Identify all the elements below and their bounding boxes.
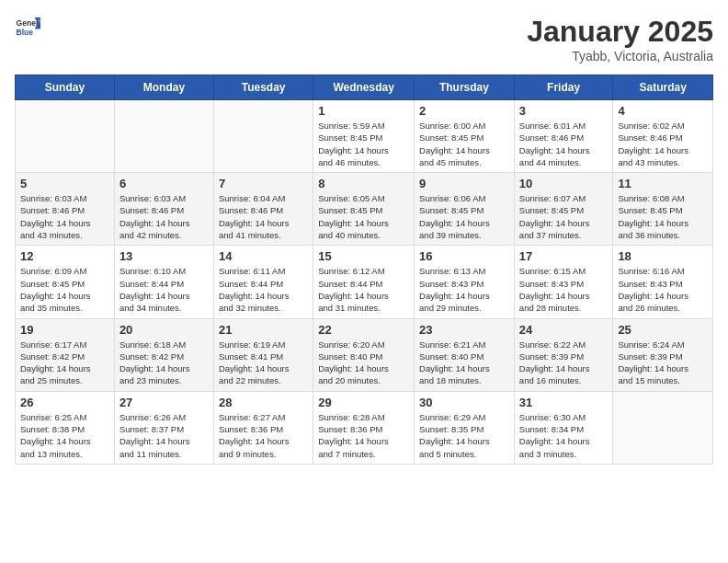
calendar-day-cell: 4Sunrise: 6:02 AM Sunset: 8:46 PM Daylig… — [613, 100, 713, 173]
calendar-day-cell: 3Sunrise: 6:01 AM Sunset: 8:46 PM Daylig… — [514, 100, 613, 173]
calendar-day-cell — [16, 100, 115, 173]
calendar-table: SundayMondayTuesdayWednesdayThursdayFrid… — [15, 75, 713, 465]
calendar-day-cell: 6Sunrise: 6:03 AM Sunset: 8:46 PM Daylig… — [114, 173, 213, 246]
day-of-week-header: Tuesday — [213, 75, 313, 100]
month-title: January 2025 — [527, 15, 713, 49]
day-info: Sunrise: 6:26 AM Sunset: 8:37 PM Dayligh… — [119, 411, 209, 460]
day-info: Sunrise: 5:59 AM Sunset: 8:45 PM Dayligh… — [318, 120, 409, 168]
calendar-day-cell — [114, 100, 213, 173]
day-info: Sunrise: 6:17 AM Sunset: 8:42 PM Dayligh… — [20, 339, 109, 387]
day-of-week-header: Saturday — [613, 75, 713, 100]
day-info: Sunrise: 6:28 AM Sunset: 8:36 PM Dayligh… — [318, 411, 409, 460]
day-info: Sunrise: 6:04 AM Sunset: 8:46 PM Dayligh… — [219, 192, 308, 241]
location: Tyabb, Victoria, Australia — [527, 49, 713, 63]
day-info: Sunrise: 6:02 AM Sunset: 8:46 PM Dayligh… — [618, 120, 708, 168]
calendar-day-cell: 12Sunrise: 6:09 AM Sunset: 8:45 PM Dayli… — [16, 246, 115, 318]
calendar-day-cell: 2Sunrise: 6:00 AM Sunset: 8:45 PM Daylig… — [415, 100, 515, 173]
calendar-week-row: 1Sunrise: 5:59 AM Sunset: 8:45 PM Daylig… — [16, 100, 713, 173]
day-info: Sunrise: 6:12 AM Sunset: 8:44 PM Dayligh… — [318, 265, 409, 314]
day-number: 13 — [119, 249, 209, 263]
day-number: 10 — [519, 177, 609, 190]
day-number: 16 — [419, 249, 509, 263]
calendar-week-row: 12Sunrise: 6:09 AM Sunset: 8:45 PM Dayli… — [16, 246, 713, 318]
calendar-day-cell: 18Sunrise: 6:16 AM Sunset: 8:43 PM Dayli… — [613, 246, 713, 318]
calendar-day-cell: 10Sunrise: 6:07 AM Sunset: 8:45 PM Dayli… — [514, 173, 613, 246]
day-info: Sunrise: 6:07 AM Sunset: 8:45 PM Dayligh… — [519, 192, 609, 241]
title-block: January 2025 Tyabb, Victoria, Australia — [527, 15, 713, 63]
calendar-day-cell: 7Sunrise: 6:04 AM Sunset: 8:46 PM Daylig… — [213, 173, 313, 246]
day-of-week-header: Thursday — [415, 75, 515, 100]
day-number: 5 — [20, 177, 109, 190]
day-info: Sunrise: 6:10 AM Sunset: 8:44 PM Dayligh… — [119, 265, 209, 314]
calendar-day-cell: 20Sunrise: 6:18 AM Sunset: 8:42 PM Dayli… — [114, 318, 213, 391]
day-info: Sunrise: 6:25 AM Sunset: 8:38 PM Dayligh… — [20, 411, 109, 460]
calendar-week-row: 19Sunrise: 6:17 AM Sunset: 8:42 PM Dayli… — [16, 318, 713, 391]
day-of-week-header: Sunday — [16, 75, 115, 100]
day-of-week-header: Friday — [514, 75, 613, 100]
day-info: Sunrise: 6:16 AM Sunset: 8:43 PM Dayligh… — [618, 265, 708, 314]
calendar-day-cell: 15Sunrise: 6:12 AM Sunset: 8:44 PM Dayli… — [313, 246, 415, 318]
day-info: Sunrise: 6:03 AM Sunset: 8:46 PM Dayligh… — [119, 192, 209, 241]
day-info: Sunrise: 6:21 AM Sunset: 8:40 PM Dayligh… — [419, 339, 509, 387]
day-number: 1 — [318, 104, 409, 118]
day-number: 22 — [318, 323, 409, 337]
day-number: 3 — [519, 104, 609, 118]
calendar-day-cell: 14Sunrise: 6:11 AM Sunset: 8:44 PM Dayli… — [213, 246, 313, 318]
day-number: 29 — [318, 396, 409, 409]
day-of-week-header: Monday — [114, 75, 213, 100]
day-info: Sunrise: 6:15 AM Sunset: 8:43 PM Dayligh… — [519, 265, 609, 314]
day-number: 7 — [219, 177, 308, 190]
page-header: General Blue January 2025 Tyabb, Victori… — [15, 15, 713, 63]
calendar-day-cell: 19Sunrise: 6:17 AM Sunset: 8:42 PM Dayli… — [16, 318, 115, 391]
day-number: 19 — [20, 323, 109, 337]
day-number: 18 — [618, 249, 708, 263]
day-info: Sunrise: 6:18 AM Sunset: 8:42 PM Dayligh… — [119, 339, 209, 387]
calendar-day-cell: 31Sunrise: 6:30 AM Sunset: 8:34 PM Dayli… — [514, 391, 613, 464]
calendar-day-cell: 17Sunrise: 6:15 AM Sunset: 8:43 PM Dayli… — [514, 246, 613, 318]
day-of-week-header: Wednesday — [313, 75, 415, 100]
day-info: Sunrise: 6:27 AM Sunset: 8:36 PM Dayligh… — [219, 411, 308, 460]
calendar-week-row: 5Sunrise: 6:03 AM Sunset: 8:46 PM Daylig… — [16, 173, 713, 246]
calendar-day-cell: 8Sunrise: 6:05 AM Sunset: 8:45 PM Daylig… — [313, 173, 415, 246]
calendar-day-cell: 27Sunrise: 6:26 AM Sunset: 8:37 PM Dayli… — [114, 391, 213, 464]
calendar-day-cell: 30Sunrise: 6:29 AM Sunset: 8:35 PM Dayli… — [415, 391, 515, 464]
day-number: 6 — [119, 177, 209, 190]
day-number: 25 — [618, 323, 708, 337]
calendar-day-cell: 22Sunrise: 6:20 AM Sunset: 8:40 PM Dayli… — [313, 318, 415, 391]
calendar-day-cell: 28Sunrise: 6:27 AM Sunset: 8:36 PM Dayli… — [213, 391, 313, 464]
day-info: Sunrise: 6:03 AM Sunset: 8:46 PM Dayligh… — [20, 192, 109, 241]
day-info: Sunrise: 6:01 AM Sunset: 8:46 PM Dayligh… — [519, 120, 609, 168]
calendar-day-cell: 16Sunrise: 6:13 AM Sunset: 8:43 PM Dayli… — [415, 246, 515, 318]
day-info: Sunrise: 6:30 AM Sunset: 8:34 PM Dayligh… — [519, 411, 609, 460]
calendar-day-cell: 26Sunrise: 6:25 AM Sunset: 8:38 PM Dayli… — [16, 391, 115, 464]
day-number: 2 — [419, 104, 509, 118]
day-number: 28 — [219, 396, 308, 409]
calendar-day-cell — [213, 100, 313, 173]
day-info: Sunrise: 6:06 AM Sunset: 8:45 PM Dayligh… — [419, 192, 509, 241]
day-number: 14 — [219, 249, 308, 263]
calendar-day-cell: 13Sunrise: 6:10 AM Sunset: 8:44 PM Dayli… — [114, 246, 213, 318]
day-number: 4 — [618, 104, 708, 118]
day-number: 15 — [318, 249, 409, 263]
calendar-day-cell: 29Sunrise: 6:28 AM Sunset: 8:36 PM Dayli… — [313, 391, 415, 464]
calendar-day-cell: 24Sunrise: 6:22 AM Sunset: 8:39 PM Dayli… — [514, 318, 613, 391]
day-number: 31 — [519, 396, 609, 409]
calendar-day-cell: 1Sunrise: 5:59 AM Sunset: 8:45 PM Daylig… — [313, 100, 415, 173]
day-info: Sunrise: 6:08 AM Sunset: 8:45 PM Dayligh… — [618, 192, 708, 241]
calendar-header-row: SundayMondayTuesdayWednesdayThursdayFrid… — [16, 75, 713, 100]
day-info: Sunrise: 6:24 AM Sunset: 8:39 PM Dayligh… — [618, 339, 708, 387]
day-number: 9 — [419, 177, 509, 190]
day-number: 23 — [419, 323, 509, 337]
day-number: 11 — [618, 177, 708, 190]
calendar-day-cell: 11Sunrise: 6:08 AM Sunset: 8:45 PM Dayli… — [613, 173, 713, 246]
day-number: 27 — [119, 396, 209, 409]
generalblue-logo-icon: General Blue — [15, 15, 40, 40]
day-info: Sunrise: 6:05 AM Sunset: 8:45 PM Dayligh… — [318, 192, 409, 241]
calendar-day-cell: 21Sunrise: 6:19 AM Sunset: 8:41 PM Dayli… — [213, 318, 313, 391]
day-number: 12 — [20, 249, 109, 263]
calendar-day-cell: 9Sunrise: 6:06 AM Sunset: 8:45 PM Daylig… — [415, 173, 515, 246]
calendar-day-cell: 25Sunrise: 6:24 AM Sunset: 8:39 PM Dayli… — [613, 318, 713, 391]
day-number: 26 — [20, 396, 109, 409]
day-info: Sunrise: 6:13 AM Sunset: 8:43 PM Dayligh… — [419, 265, 509, 314]
day-info: Sunrise: 6:11 AM Sunset: 8:44 PM Dayligh… — [219, 265, 308, 314]
